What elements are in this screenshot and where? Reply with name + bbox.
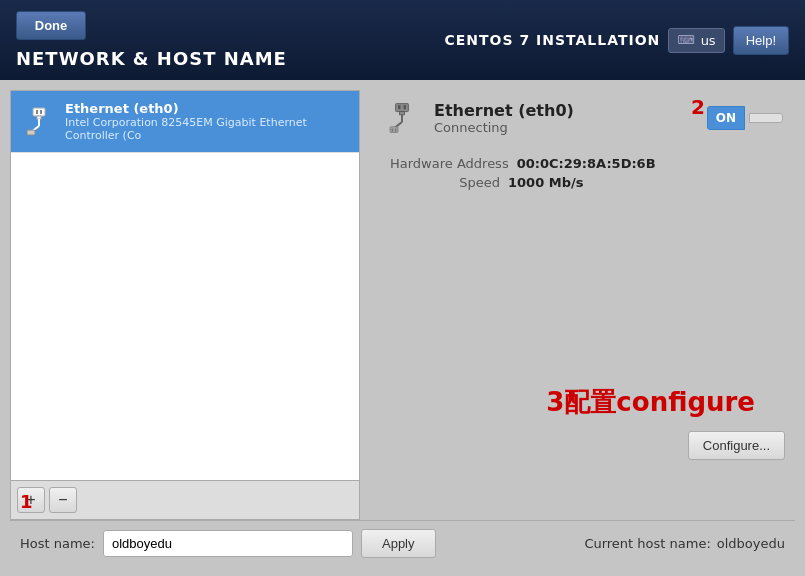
content-area: Ethernet (eth0) Intel Corporation 82545E… xyxy=(10,90,795,520)
network-list: Ethernet (eth0) Intel Corporation 82545E… xyxy=(11,91,359,480)
speed-value: 1000 Mb/s xyxy=(508,175,583,190)
network-item-text: Ethernet (eth0) Intel Corporation 82545E… xyxy=(65,101,347,142)
detail-ethernet-icon xyxy=(382,98,422,138)
header: Done NETWORK & HOST NAME CENTOS 7 INSTAL… xyxy=(0,0,805,80)
speed-label: Speed xyxy=(390,175,500,190)
svg-rect-8 xyxy=(398,105,400,109)
hostname-left: Host name: Apply xyxy=(20,529,436,558)
hostname-input[interactable] xyxy=(103,530,353,557)
toggle-on-label[interactable]: ON xyxy=(707,106,745,130)
detail-props: Hardware Address 00:0C:29:8A:5D:6B Speed… xyxy=(370,146,795,200)
centos-label: CENTOS 7 INSTALLATION xyxy=(444,32,660,48)
detail-text: Ethernet (eth0) Connecting xyxy=(434,101,574,135)
configure-button[interactable]: Configure... xyxy=(688,431,785,460)
help-button[interactable]: Help! xyxy=(733,26,789,55)
header-left: Done NETWORK & HOST NAME xyxy=(16,11,287,69)
svg-rect-7 xyxy=(396,104,409,112)
keyboard-lang: us xyxy=(701,33,716,48)
detail-status: Connecting xyxy=(434,120,574,135)
host-label: Host name: xyxy=(20,536,95,551)
keyboard-icon: ⌨ xyxy=(677,33,694,47)
step1-annotation: 1 xyxy=(20,491,33,512)
detail-header: Ethernet (eth0) Connecting ON xyxy=(370,90,795,146)
svg-rect-14 xyxy=(392,128,394,131)
configure-annotation: 3配置configure xyxy=(546,385,755,420)
current-host-value: oldboyedu xyxy=(717,536,785,551)
svg-rect-2 xyxy=(40,110,42,114)
network-item-eth0[interactable]: Ethernet (eth0) Intel Corporation 82545E… xyxy=(11,91,359,153)
bottom-bar: 1 Host name: Apply Current host name: ol… xyxy=(10,520,795,566)
svg-rect-0 xyxy=(33,108,45,116)
svg-rect-1 xyxy=(36,110,38,114)
done-button[interactable]: Done xyxy=(16,11,86,40)
svg-rect-3 xyxy=(37,116,41,119)
detail-info: Ethernet (eth0) Connecting xyxy=(382,98,574,138)
current-hostname-area: Current host name: oldboyedu xyxy=(584,536,785,551)
network-item-desc: Intel Corporation 82545EM Gigabit Ethern… xyxy=(65,116,347,142)
current-host-label: Current host name: xyxy=(584,536,710,551)
hardware-address-row: Hardware Address 00:0C:29:8A:5D:6B xyxy=(390,156,775,171)
toggle-area[interactable]: ON xyxy=(707,106,783,130)
network-item-name: Ethernet (eth0) xyxy=(65,101,347,116)
network-list-controls: + − xyxy=(11,480,359,519)
main-content: Ethernet (eth0) Intel Corporation 82545E… xyxy=(0,80,805,576)
speed-row: Speed 1000 Mb/s xyxy=(390,175,775,190)
svg-rect-13 xyxy=(390,127,398,133)
remove-network-button[interactable]: − xyxy=(49,487,77,513)
detail-name: Ethernet (eth0) xyxy=(434,101,574,120)
network-detail-panel: 2 xyxy=(370,90,795,520)
ethernet-icon xyxy=(23,106,55,138)
step2-annotation: 2 xyxy=(691,95,705,119)
network-list-panel: Ethernet (eth0) Intel Corporation 82545E… xyxy=(10,90,360,520)
svg-rect-15 xyxy=(395,128,397,131)
header-right: CENTOS 7 INSTALLATION ⌨ us Help! xyxy=(428,0,805,80)
svg-rect-6 xyxy=(27,130,35,135)
svg-rect-10 xyxy=(400,112,405,115)
keyboard-widget[interactable]: ⌨ us xyxy=(668,28,724,53)
apply-button[interactable]: Apply xyxy=(361,529,436,558)
svg-rect-9 xyxy=(404,105,406,109)
hardware-address-value: 00:0C:29:8A:5D:6B xyxy=(517,156,656,171)
page-title: NETWORK & HOST NAME xyxy=(16,48,287,69)
toggle-off-label[interactable] xyxy=(749,113,783,123)
hardware-address-label: Hardware Address xyxy=(390,156,509,171)
